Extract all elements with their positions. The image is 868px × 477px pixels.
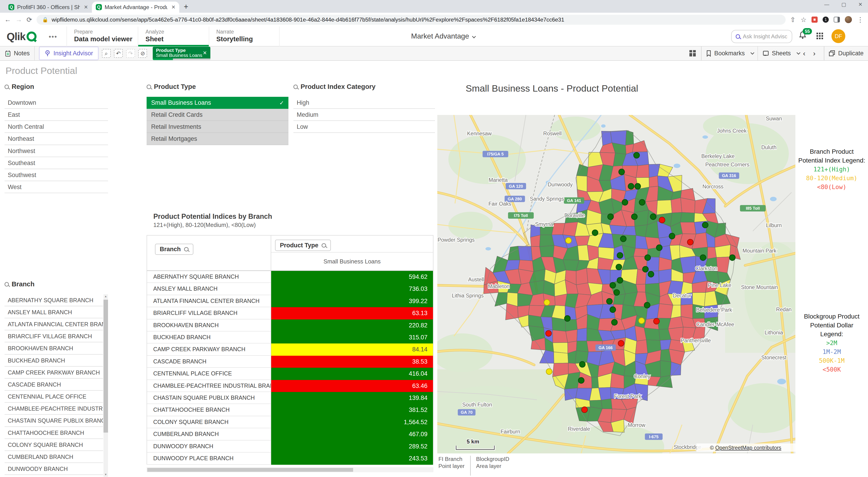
- nav-narrate[interactable]: Narrate Storytelling: [209, 27, 280, 46]
- table-row[interactable]: COLONY SQUARE BRANCH1,564.52: [147, 416, 433, 428]
- table-row[interactable]: CUMBERLAND BRANCH467.09: [147, 428, 433, 440]
- blockgroup-polygon[interactable]: [680, 212, 694, 222]
- blockgroup-polygon[interactable]: [657, 200, 672, 215]
- blockgroup-polygon[interactable]: [577, 341, 588, 352]
- region-filter-header[interactable]: Region: [4, 81, 108, 93]
- branch-dot-green[interactable]: [730, 255, 735, 261]
- tab-close-icon[interactable]: ✕: [83, 4, 88, 10]
- duplicate-button[interactable]: Duplicate: [829, 50, 864, 57]
- blockgroup-polygon[interactable]: [539, 245, 554, 257]
- table-row[interactable]: CASCADE BRANCH38.53: [147, 356, 433, 368]
- table-row[interactable]: CHASTAIN SQUARE PUBLIX BRANCH139.84: [147, 392, 433, 404]
- smart-search-selection-icon[interactable]: ⌕: [102, 49, 111, 58]
- refresh-icon[interactable]: ⟳: [27, 16, 32, 24]
- table-row[interactable]: ANSLEY MALL BRANCH736.03: [147, 283, 433, 295]
- branch-list-item[interactable]: ANSLEY MALL BRANCH: [4, 306, 103, 318]
- table-row[interactable]: ABERNATHY SQUARE BRANCH594.62: [147, 271, 433, 283]
- region-list-item[interactable]: Northeast: [4, 133, 108, 145]
- branch-dot-green[interactable]: [592, 230, 598, 236]
- remove-selection-icon[interactable]: ✕: [203, 50, 207, 56]
- sheets-button[interactable]: Sheets: [763, 50, 799, 57]
- blockgroup-polygon[interactable]: [626, 131, 634, 145]
- product-type-list-item[interactable]: Retail Investments: [147, 121, 288, 133]
- product-type-filter-header[interactable]: Product Type: [147, 81, 288, 93]
- branch-dot-green[interactable]: [617, 252, 623, 259]
- branch-dot-green[interactable]: [669, 233, 675, 239]
- branch-list-item[interactable]: ABERNATHY SQUARE BRANCH: [4, 294, 103, 306]
- close-button[interactable]: ✕: [858, 2, 862, 7]
- product-type-list-item[interactable]: Retail Mortgages: [147, 133, 288, 145]
- blockgroup-polygon[interactable]: [577, 328, 587, 341]
- product-type-column-header[interactable]: Product Type: [275, 240, 331, 251]
- branch-dot-yellow[interactable]: [546, 369, 552, 375]
- table-row[interactable]: ATLANTA FINANCIAL CENTER BRANCH399.22: [147, 295, 433, 307]
- blockgroup-polygon[interactable]: [553, 330, 567, 343]
- branch-dot-red[interactable]: [687, 239, 693, 245]
- branch-list-item[interactable]: CHATTAHOOCHEE BRANCH: [4, 427, 103, 439]
- user-avatar[interactable]: DF: [832, 29, 845, 43]
- branch-list-item[interactable]: BROOKHAVEN BRANCH: [4, 342, 103, 354]
- table-row[interactable]: DUNWOODY PLACE BRANCH243.53: [147, 452, 433, 465]
- qlik-logo[interactable]: Qlik: [7, 30, 36, 43]
- branch-dot-green[interactable]: [635, 183, 641, 189]
- sheet-grid-icon[interactable]: [689, 50, 697, 57]
- table-row[interactable]: BUCKHEAD BRANCH315.07: [147, 332, 433, 343]
- branch-dot-green[interactable]: [628, 183, 634, 189]
- map-attribution[interactable]: © OpenStreetMap contributors: [710, 445, 781, 451]
- nav-analyze[interactable]: Analyze Sheet: [138, 27, 209, 46]
- notes-button[interactable]: Notes: [4, 50, 30, 57]
- blockgroup-polygon[interactable]: [577, 176, 587, 192]
- table-row[interactable]: CENTENNIAL PLACE OFFICE416.04: [147, 368, 433, 380]
- blockgroup-polygon[interactable]: [592, 377, 599, 388]
- branch-dot-green[interactable]: [578, 377, 584, 383]
- blockgroup-polygon[interactable]: [657, 304, 673, 318]
- branch-dot-green[interactable]: [650, 214, 656, 220]
- region-list-item[interactable]: Southwest: [4, 169, 108, 181]
- blockgroup-polygon[interactable]: [644, 328, 660, 341]
- insight-advisor-button[interactable]: Insight Advisor: [39, 47, 98, 60]
- maximize-button[interactable]: ▢: [841, 2, 846, 7]
- branch-scrollbar[interactable]: ▲ ▼: [103, 294, 108, 477]
- scroll-down-icon[interactable]: ▼: [103, 473, 108, 476]
- branch-dot-green[interactable]: [607, 299, 613, 304]
- branch-dot-red[interactable]: [618, 341, 624, 346]
- branch-list-item[interactable]: BUCKHEAD BRANCH: [4, 354, 103, 367]
- product-type-list-item[interactable]: Small Business Loans✓: [147, 97, 288, 109]
- region-list-item[interactable]: North Central: [4, 121, 108, 133]
- bookmarks-button[interactable]: Bookmarks: [706, 50, 753, 57]
- branch-dot-green[interactable]: [639, 200, 645, 205]
- blockgroup-polygon[interactable]: [552, 317, 566, 332]
- index-category-list-item[interactable]: Medium: [293, 109, 435, 121]
- scrollbar-thumb[interactable]: [103, 300, 108, 432]
- table-horizontal-scrollbar[interactable]: [147, 467, 433, 472]
- selection-chip-product-type[interactable]: Product Type Small Business Loans ✕: [153, 47, 210, 60]
- map-canvas[interactable]: I75/GA 5GA 120GA 280GA 316GA 70I-675GA 1…: [437, 115, 795, 453]
- next-sheet-icon[interactable]: ›: [809, 49, 819, 58]
- branch-dot-green[interactable]: [700, 255, 706, 261]
- app-switcher-icon[interactable]: [816, 33, 824, 40]
- branch-filter-header[interactable]: Branch: [4, 279, 108, 290]
- branch-dot-green[interactable]: [644, 302, 650, 308]
- table-row[interactable]: DUNWOODY BRANCH289.52: [147, 441, 433, 452]
- browser-tab-inactive[interactable]: Q ProfitFI 360 - Officers | Sheet - Q ✕: [4, 2, 92, 13]
- branch-dot-green[interactable]: [619, 169, 625, 175]
- product-index-category-header[interactable]: Product Index Category: [293, 81, 435, 93]
- branch-dot-red[interactable]: [582, 407, 588, 413]
- blockgroup-polygon[interactable]: [554, 352, 568, 364]
- blockgroup-polygon[interactable]: [636, 340, 648, 354]
- tab-close-icon[interactable]: ✕: [170, 4, 176, 10]
- branch-dot-red[interactable]: [654, 318, 659, 324]
- table-row[interactable]: CHATTAHOOCHEE BRANCH381.52: [147, 404, 433, 416]
- branch-dot-green[interactable]: [633, 152, 640, 159]
- branch-list-item[interactable]: CENTENNIAL PLACE OFFICE: [4, 390, 103, 403]
- branch-dot-green[interactable]: [612, 319, 617, 325]
- side-panel-icon[interactable]: [834, 17, 840, 22]
- browser-tab-active[interactable]: Q Market Advantage - Product Pote ✕: [92, 2, 179, 13]
- branch-list-item[interactable]: CUMBERLAND BRANCH: [4, 451, 103, 463]
- branch-list-item[interactable]: CAMP CREEK PARKWAY BRANCH: [4, 367, 103, 379]
- blockgroup-polygon[interactable]: [599, 387, 611, 400]
- branch-dot-green[interactable]: [608, 214, 614, 220]
- point-layer-label[interactable]: FI Branch Point layer: [438, 456, 470, 476]
- blockgroup-polygon[interactable]: [681, 304, 692, 319]
- branch-dot-green[interactable]: [610, 307, 616, 313]
